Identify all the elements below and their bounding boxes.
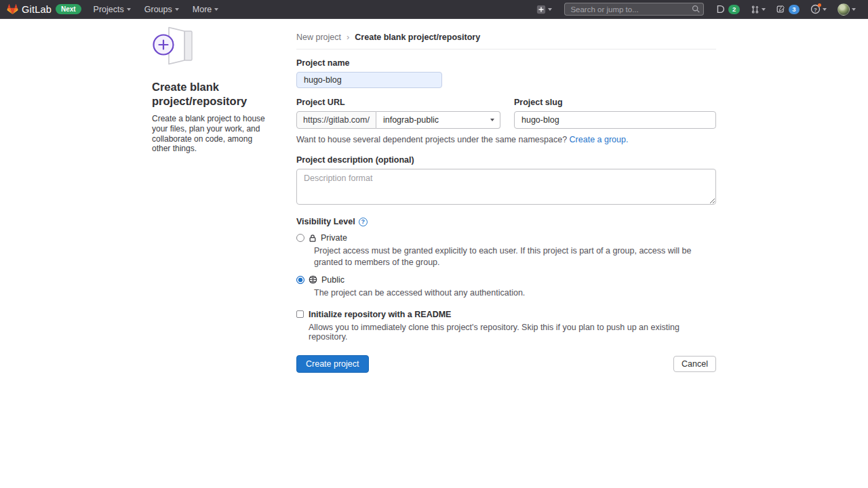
chevron-down-icon bbox=[490, 119, 494, 121]
nav-more[interactable]: More bbox=[193, 5, 218, 14]
breadcrumb: New project Create blank project/reposit… bbox=[296, 19, 716, 42]
chevron-down-icon bbox=[214, 8, 218, 11]
project-slug-input[interactable] bbox=[514, 111, 716, 129]
namespace-help-label: Want to house several dependent projects… bbox=[296, 135, 567, 144]
nav-groups-label: Groups bbox=[144, 5, 172, 14]
create-group-link[interactable]: Create a group. bbox=[570, 135, 629, 144]
blank-project-illustration bbox=[152, 26, 194, 66]
project-slug-label: Project slug bbox=[514, 98, 716, 107]
private-radio[interactable] bbox=[296, 234, 304, 242]
visibility-level-label: Visibility Level bbox=[296, 217, 355, 226]
nav-groups[interactable]: Groups bbox=[144, 5, 179, 14]
notification-dot bbox=[818, 3, 821, 7]
project-name-input[interactable] bbox=[296, 72, 442, 88]
nav-more-label: More bbox=[193, 5, 212, 14]
issues-button[interactable]: 2 bbox=[716, 5, 739, 14]
todos-button[interactable]: 3 bbox=[776, 5, 800, 14]
project-name-group: Project name bbox=[296, 58, 716, 88]
namespace-selected-value: infograb-public bbox=[383, 115, 439, 125]
chevron-down-icon bbox=[548, 8, 552, 11]
private-option-label: Private bbox=[321, 233, 347, 243]
main-content: Create blank project/repository Create a… bbox=[152, 19, 716, 373]
gitlab-tanuki-icon bbox=[7, 3, 18, 15]
url-prefix: https://gitlab.com/ bbox=[296, 111, 376, 129]
form-actions: Create project Cancel bbox=[296, 355, 716, 373]
globe-icon bbox=[309, 275, 317, 284]
public-option-label: Public bbox=[321, 275, 344, 285]
todos-count-badge: 3 bbox=[789, 5, 800, 14]
merge-request-icon bbox=[751, 5, 760, 14]
search-icon bbox=[692, 5, 700, 13]
page-title: Create blank project/repository bbox=[152, 80, 260, 108]
visibility-level-header: Visibility Level ? bbox=[296, 217, 716, 226]
readme-group: Initialize repository with a README Allo… bbox=[296, 310, 716, 342]
project-slug-group: Project slug bbox=[514, 98, 716, 129]
navbar-right: 2 3 ? bbox=[531, 0, 861, 18]
private-option-help: Project access must be granted explicitl… bbox=[314, 245, 716, 268]
create-project-button[interactable]: Create project bbox=[296, 355, 369, 373]
project-description-group: Project description (optional) bbox=[296, 155, 716, 207]
search-box bbox=[564, 3, 704, 16]
namespace-select[interactable]: infograb-public bbox=[376, 111, 500, 129]
project-description-label: Project description (optional) bbox=[296, 155, 716, 165]
chevron-down-icon bbox=[175, 8, 179, 11]
svg-text:?: ? bbox=[814, 7, 817, 13]
page-description: Create a blank project to house your fil… bbox=[152, 114, 273, 154]
todo-list-icon bbox=[776, 5, 785, 14]
chevron-down-icon bbox=[823, 8, 827, 11]
url-slug-row: Project URL https://gitlab.com/ infograb… bbox=[296, 98, 716, 129]
chevron-down-icon bbox=[762, 8, 766, 11]
plus-square-icon bbox=[536, 5, 546, 14]
nav-projects-label: Projects bbox=[94, 5, 124, 14]
avatar bbox=[837, 3, 850, 16]
readme-checkbox[interactable] bbox=[296, 310, 304, 318]
navbar-left: GitLab Next Projects Groups More bbox=[7, 0, 232, 18]
cancel-button[interactable]: Cancel bbox=[673, 356, 716, 372]
user-menu-button[interactable] bbox=[837, 3, 856, 16]
nav-projects[interactable]: Projects bbox=[94, 5, 131, 14]
breadcrumb-new-project[interactable]: New project bbox=[296, 33, 341, 42]
visibility-help-icon[interactable]: ? bbox=[359, 218, 368, 226]
breadcrumb-divider bbox=[296, 49, 716, 49]
chevron-down-icon bbox=[852, 8, 856, 11]
logo-text: GitLab bbox=[22, 4, 52, 15]
project-url-label: Project URL bbox=[296, 98, 500, 107]
merge-requests-button[interactable] bbox=[751, 5, 766, 14]
intro-panel: Create blank project/repository Create a… bbox=[152, 19, 296, 373]
visibility-option-public: Public The project can be accessed witho… bbox=[296, 275, 716, 299]
next-badge: Next bbox=[56, 4, 81, 14]
help-button[interactable]: ? bbox=[810, 4, 827, 14]
visibility-option-private: Private Project access must be granted e… bbox=[296, 233, 716, 268]
chevron-down-icon bbox=[127, 8, 131, 11]
create-project-form: New project Create blank project/reposit… bbox=[296, 19, 716, 373]
issues-icon bbox=[716, 5, 725, 14]
project-name-label: Project name bbox=[296, 58, 716, 68]
public-radio[interactable] bbox=[296, 276, 304, 284]
issues-count-badge: 2 bbox=[728, 5, 739, 14]
gitlab-logo[interactable]: GitLab bbox=[7, 3, 52, 15]
top-navbar: GitLab Next Projects Groups More bbox=[0, 0, 868, 19]
project-url-group: Project URL https://gitlab.com/ infograb… bbox=[296, 98, 500, 129]
chevron-right-icon bbox=[347, 32, 349, 42]
new-menu-button[interactable] bbox=[536, 5, 552, 14]
breadcrumb-current: Create blank project/repository bbox=[355, 33, 480, 42]
readme-label: Initialize repository with a README bbox=[309, 310, 451, 319]
search-input[interactable] bbox=[564, 3, 704, 16]
lock-icon bbox=[309, 234, 317, 243]
namespace-help-text: Want to house several dependent projects… bbox=[296, 135, 716, 144]
public-option-help: The project can be accessed without any … bbox=[314, 287, 716, 299]
project-description-input[interactable] bbox=[296, 169, 716, 205]
readme-help-text: Allows you to immediately clone this pro… bbox=[309, 323, 716, 342]
